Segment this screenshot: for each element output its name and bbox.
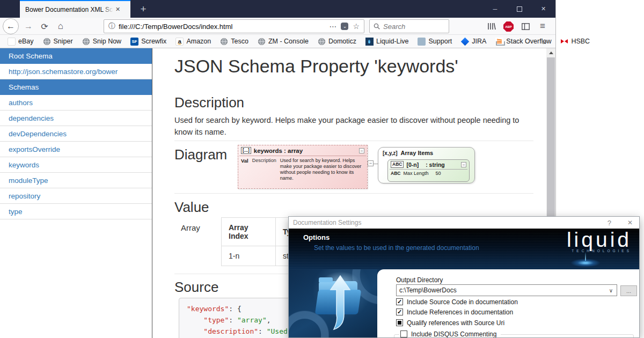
bookmarks-overflow-icon[interactable]: »	[543, 35, 547, 48]
desktop: Bower Documentation XML Schema ✕ + ─ ✕ ←…	[0, 0, 644, 338]
options-subtitle: Set the values to be used in the generat…	[314, 244, 479, 252]
library-icon[interactable]	[485, 18, 499, 35]
collapse-icon[interactable]: −	[359, 148, 364, 153]
search-input[interactable]	[383, 23, 445, 31]
sidebar-item-root-schema[interactable]: Root Schema	[0, 48, 152, 64]
description-heading: Description	[174, 94, 244, 111]
liquid-live-icon	[365, 38, 374, 46]
bookmark-domoticz[interactable]: Domoticz	[318, 38, 356, 46]
globe-icon	[318, 38, 326, 46]
dialog-titlebar[interactable]: Documentation Settings ? ✕	[289, 217, 639, 229]
schema-sidebar: Root Schema http://json.schemastore.org/…	[0, 48, 152, 338]
sidebar-item-devdependencies[interactable]: devDependencies	[0, 126, 152, 142]
dialog-header: Options Set the values to be used in the…	[289, 229, 639, 269]
sidebar-item-dependencies[interactable]: dependencies	[0, 111, 152, 126]
scroll-up-button[interactable]	[546, 48, 555, 57]
bookmark-ebay[interactable]: eBay	[8, 38, 34, 46]
globe-icon	[220, 38, 228, 46]
output-directory-input[interactable]	[397, 286, 605, 294]
expand-icon[interactable]: −	[368, 160, 374, 166]
amazon-icon: a	[175, 38, 184, 46]
options-title: Options	[303, 233, 330, 241]
menu-icon[interactable]: ≡	[536, 18, 550, 35]
adblock-plus-icon[interactable]: ABP	[503, 21, 514, 32]
sidebar-item-repository[interactable]: repository	[0, 188, 152, 204]
chevron-down-icon[interactable]: ∨	[605, 288, 617, 293]
globe-icon	[258, 38, 266, 46]
jira-icon	[461, 38, 469, 46]
checkbox-checked-icon: ✓	[396, 308, 403, 315]
ebay-icon	[8, 38, 16, 46]
bookmark-star-icon[interactable]: ☆	[353, 22, 360, 31]
bookmark-zm-console[interactable]: ZM - Console	[258, 38, 309, 46]
maximize-button[interactable]	[507, 0, 531, 18]
sidebar-item-exportsoverride[interactable]: exportsOverride	[0, 142, 152, 157]
description-text: Used for search by keyword. Helps make y…	[174, 115, 524, 138]
checkbox-include-disqus[interactable]: Include DISQUS Commenting	[399, 330, 501, 338]
globe-icon	[82, 38, 90, 46]
tab-bower-documentation[interactable]: Bower Documentation XML Schema ✕	[20, 0, 130, 18]
source-heading: Source	[174, 279, 218, 296]
bookmark-support[interactable]: Support	[418, 38, 452, 46]
bookmark-sniper[interactable]: Sniper	[43, 38, 73, 46]
value-heading: Value	[174, 199, 209, 216]
tab-close-icon[interactable]: ✕	[115, 6, 120, 13]
pocket-icon[interactable]: ⌄	[341, 23, 348, 30]
sidebar-item-moduletype[interactable]: moduleType	[0, 173, 152, 188]
up-arrow-icon	[330, 275, 351, 330]
diagram-array-items-node[interactable]: [x,y,z] Array Items ABC [0-n] : string −…	[378, 147, 475, 183]
divider	[174, 193, 533, 194]
diagram-string-item-node[interactable]: ABC [0-n] : string − ABC Max Length 50	[387, 159, 470, 182]
tab-bar: Bower Documentation XML Schema ✕ + ─ ✕	[0, 0, 555, 18]
page-actions-icon[interactable]: ⋯	[329, 22, 337, 31]
navigation-toolbar: ← → ⟳ ⌂ ⓘ ⋯ ⌄ ☆ ABP ≡	[0, 18, 555, 35]
output-directory-combobox[interactable]: ∨	[396, 284, 617, 296]
browse-button[interactable]: ...	[620, 285, 637, 296]
diagram-keywords-node[interactable]: [...] keywords : array − Val Description…	[238, 145, 368, 189]
bookmark-amazon[interactable]: aAmazon	[175, 38, 211, 46]
sidebar-item-schema-uri[interactable]: http://json.schemastore.org/bower	[0, 64, 152, 79]
globe-icon	[43, 38, 51, 46]
forward-button[interactable]: →	[21, 18, 35, 35]
url-input[interactable]	[119, 23, 325, 31]
new-tab-button[interactable]: +	[134, 0, 152, 18]
dialog-close-button[interactable]: ✕	[627, 219, 633, 226]
bookmark-snip-now[interactable]: Snip Now	[82, 38, 122, 46]
collapse-icon[interactable]: −	[461, 162, 466, 167]
checkbox-unchecked-icon	[400, 330, 407, 337]
back-button[interactable]: ←	[3, 18, 19, 34]
minimize-button[interactable]: ─	[483, 0, 507, 18]
dialog-options-panel: Output Directory ∨ ... ✓ Include Source …	[377, 269, 640, 338]
diagram-heading: Diagram	[174, 146, 227, 163]
sidebar-item-schemas[interactable]: Schemas	[0, 79, 152, 95]
reload-button[interactable]: ⟳	[38, 18, 52, 35]
divider	[174, 141, 533, 141]
bookmark-hsbc[interactable]: HSBC	[560, 38, 590, 46]
checkbox-qualify-references[interactable]: Qualify references with Source Uri	[396, 319, 504, 327]
checkbox-include-source-code[interactable]: ✓ Include Source Code in documentation	[396, 298, 518, 306]
home-button[interactable]: ⌂	[54, 18, 68, 35]
checkbox-checked-icon: ✓	[396, 298, 403, 305]
bookmark-screwfix[interactable]: SFScrewfix	[130, 38, 166, 46]
scroll-up-icon	[549, 52, 553, 54]
sidebar-item-keywords[interactable]: keywords	[0, 157, 152, 173]
search-icon	[374, 23, 380, 30]
output-directory-label: Output Directory	[396, 276, 443, 284]
documentation-settings-dialog: Documentation Settings ? ✕ Options Set t…	[288, 216, 640, 338]
bookmark-jira[interactable]: JIRA	[461, 38, 486, 46]
sidebar-toggle-icon[interactable]	[518, 18, 532, 35]
bookmark-liquid-live[interactable]: Liquid-Live	[365, 38, 408, 46]
bookmark-tesco[interactable]: Tesco	[220, 38, 248, 46]
sidebar-item-authors[interactable]: authors	[0, 95, 152, 111]
checkbox-include-references[interactable]: ✓ Include References in documentation	[396, 308, 513, 316]
close-button[interactable]: ✕	[531, 0, 555, 18]
table-cell: 1-n	[222, 246, 276, 266]
sidebar-item-type[interactable]: type	[0, 204, 152, 219]
address-bar[interactable]: ⓘ ⋯ ⌄ ☆	[104, 19, 364, 33]
string-facet-icon: ABC	[391, 171, 400, 176]
search-bar[interactable]	[369, 19, 449, 33]
stack-overflow-icon	[495, 38, 503, 46]
array-glyph-icon: [...]	[241, 147, 251, 154]
site-info-icon[interactable]: ⓘ	[108, 21, 115, 31]
dialog-help-button[interactable]: ?	[608, 219, 611, 227]
